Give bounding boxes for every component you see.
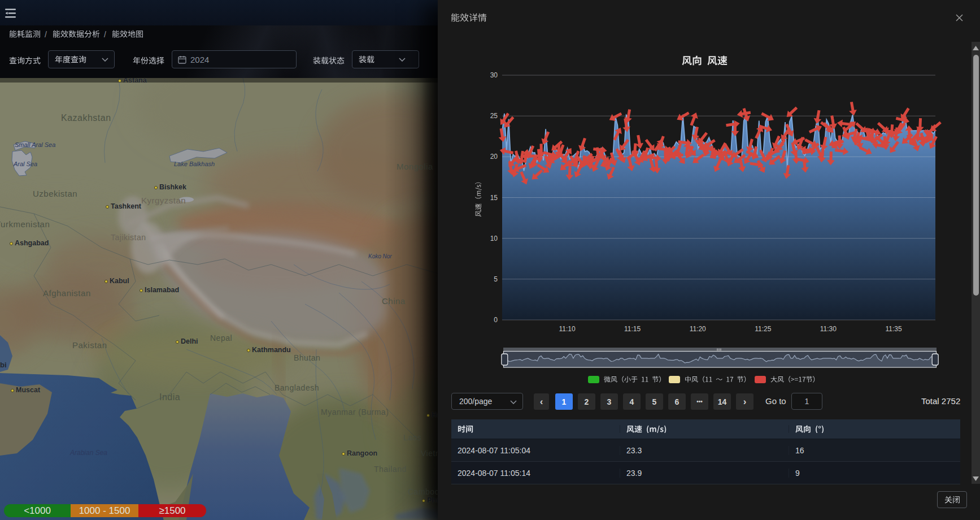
svg-text:11:35: 11:35	[885, 325, 901, 333]
svg-text:11:25: 11:25	[755, 325, 771, 333]
svg-text:0: 0	[494, 316, 498, 324]
svg-text:20: 20	[490, 153, 498, 161]
svg-text:5: 5	[494, 275, 498, 283]
svg-text:11:20: 11:20	[690, 325, 706, 333]
svg-text:25: 25	[490, 112, 498, 120]
svg-text:30: 30	[490, 71, 498, 79]
svg-text:10: 10	[490, 235, 498, 242]
svg-text:11:15: 11:15	[624, 325, 641, 333]
svg-text:15: 15	[490, 194, 498, 202]
svg-text:11:10: 11:10	[559, 325, 575, 333]
svg-text:11:30: 11:30	[820, 325, 837, 333]
